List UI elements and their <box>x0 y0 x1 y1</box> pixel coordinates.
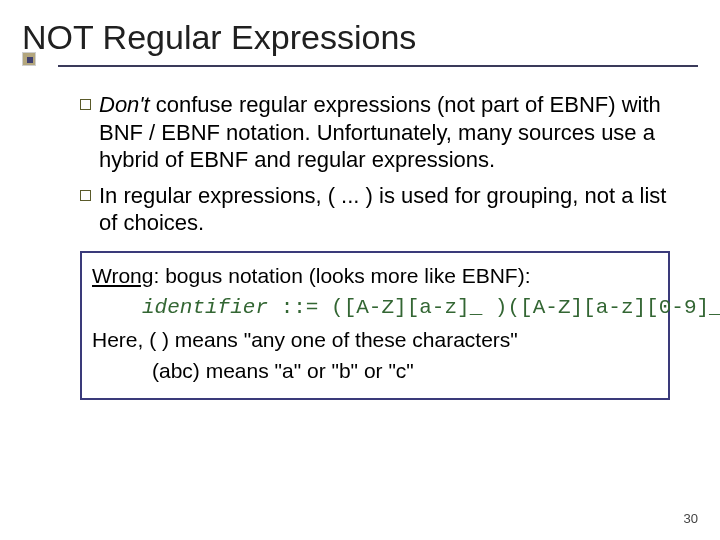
wrong-label: Wrong <box>92 264 153 287</box>
bullet-rest: confuse regular expressions (not part of… <box>99 92 661 172</box>
slide: NOT Regular Expressions Don't confuse re… <box>0 0 720 540</box>
note-line: Here, ( ) means "any one of these charac… <box>92 325 658 354</box>
bullet-text: Don't confuse regular expressions (not p… <box>99 91 690 174</box>
bullet-icon <box>80 190 91 201</box>
page-number: 30 <box>684 511 698 526</box>
example-box: Wrong: bogus notation (looks more like E… <box>80 251 670 400</box>
wrong-line: Wrong: bogus notation (looks more like E… <box>92 261 658 290</box>
wrong-rest: : bogus notation (looks more like EBNF): <box>153 264 530 287</box>
title-rule <box>58 65 698 67</box>
code-rest: ::= ([A-Z][a-z]_ )([A-Z][a-z][0-9]_)* <box>268 296 720 319</box>
body: Don't confuse regular expressions (not p… <box>0 75 720 400</box>
code-line: identifier ::= ([A-Z][a-z]_ )([A-Z][a-z]… <box>142 296 658 319</box>
bullet-item: Don't confuse regular expressions (not p… <box>80 91 690 174</box>
title-accent-icon <box>22 52 36 66</box>
bullet-icon <box>80 99 91 110</box>
slide-title: NOT Regular Expressions <box>22 18 720 57</box>
code-identifier: identifier <box>142 296 268 319</box>
bullet-item: In regular expressions, ( ... ) is used … <box>80 182 690 237</box>
bullet-rest: In regular expressions, ( ... ) is used … <box>99 183 666 236</box>
example-line: (abc) means "a" or "b" or "c" <box>152 356 658 385</box>
title-block: NOT Regular Expressions <box>0 0 720 67</box>
bullet-text: In regular expressions, ( ... ) is used … <box>99 182 690 237</box>
bullet-lead: Don't <box>99 92 150 117</box>
